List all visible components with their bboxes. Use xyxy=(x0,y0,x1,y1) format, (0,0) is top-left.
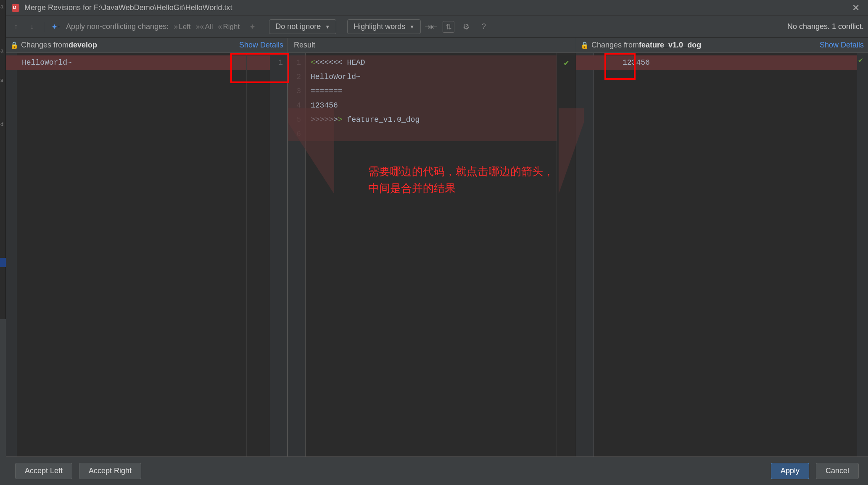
accept-left-button[interactable]: Accept Left xyxy=(15,463,72,479)
chevron-right-icon: » xyxy=(174,22,178,31)
pane-headers: 🔒 Changes from develop Show Details Resu… xyxy=(6,38,868,53)
left-show-details-link[interactable]: Show Details xyxy=(239,41,283,50)
center-pane: 1 2 3 4 5 6 <<<<<<<< HEAD<<<<<< HEAD Hel… xyxy=(288,53,576,456)
right-header: 🔒 Changes from feature_v1.0_dog Show Det… xyxy=(576,38,868,52)
left-header: 🔒 Changes from develop Show Details xyxy=(6,38,288,52)
code-line: <<<<<<<< HEAD<<<<<< HEAD xyxy=(311,55,557,70)
ignore-dropdown[interactable]: Do not ignore ▼ xyxy=(269,19,336,34)
conflict-highlight xyxy=(288,55,306,141)
merge-dialog: Merge Revisions for F:\JavaWebDemo\Hello… xyxy=(6,0,868,485)
dropdown-arrow-icon: ▼ xyxy=(325,24,330,30)
apply-all-label: All xyxy=(205,23,213,31)
checkmark-icon: ✔ xyxy=(857,53,868,67)
highlight-dropdown-label: Highlight words xyxy=(354,22,405,31)
apply-button[interactable]: Apply xyxy=(771,463,809,479)
dropdown-arrow-icon: ▼ xyxy=(409,24,414,30)
strip-char: a xyxy=(0,44,5,59)
conflict-highlight xyxy=(247,55,270,70)
apply-right-label: Right xyxy=(223,23,240,31)
collapse-icon[interactable]: ⇥⇤ xyxy=(425,21,437,33)
accept-right-button[interactable]: Accept Right xyxy=(79,463,141,479)
right-pane: 1 « ✕ 123456 ✔ xyxy=(576,53,868,456)
chevron-both-icon: »« xyxy=(196,22,204,31)
center-editor[interactable]: <<<<<<<< HEAD<<<<<< HEAD HelloWorld~ ===… xyxy=(306,53,557,456)
strip-char xyxy=(0,15,5,29)
conflict-highlight xyxy=(576,55,594,70)
status-text: No changes. 1 conflict. xyxy=(787,22,864,31)
chevron-left-icon: « xyxy=(218,22,222,31)
dialog-title: Merge Revisions for F:\JavaWebDemo\Hello… xyxy=(24,3,850,12)
titlebar: Merge Revisions for F:\JavaWebDemo\Hello… xyxy=(6,0,868,16)
toolbar: ↑ ↓ ✦+ Apply non-conflicting changes: » … xyxy=(6,16,868,38)
sync-scroll-icon[interactable]: ⇅ xyxy=(443,21,454,33)
checkmark-icon: ✔ xyxy=(564,58,569,68)
ignore-dropdown-label: Do not ignore xyxy=(275,22,321,31)
code-line: 123456 xyxy=(623,55,857,70)
strip-char xyxy=(0,29,5,44)
left-gutter: 1 xyxy=(270,53,288,456)
right-editor[interactable]: 123456 xyxy=(617,53,857,456)
left-branch: develop xyxy=(69,41,97,50)
annotation-text: 需要哪边的代码，就点击哪边的箭头， 中间是合并的结果 xyxy=(368,163,554,197)
code-line: 123456 xyxy=(311,98,557,113)
center-header: Result xyxy=(288,38,576,52)
gear-icon[interactable]: ⚙ xyxy=(460,21,472,33)
apply-right-button[interactable]: « Right xyxy=(218,22,240,31)
annotation-line: 中间是合并的结果 xyxy=(368,180,554,197)
strip-char: d xyxy=(0,118,5,132)
code-line: HelloWorld~ xyxy=(311,70,557,84)
code-line: ======= xyxy=(311,84,557,98)
apply-all-button[interactable]: »« All xyxy=(196,22,213,31)
code-line xyxy=(311,127,557,141)
code-line: >>>>>>> feature_v1.0_dog>>>>>>> feature_… xyxy=(311,113,557,127)
next-change-icon[interactable]: ↓ xyxy=(26,21,38,33)
annotation-line: 需要哪边的代码，就点击哪边的箭头， xyxy=(368,163,554,180)
apply-left-label: Left xyxy=(179,23,190,31)
close-button[interactable]: ✕ xyxy=(850,3,862,13)
footer: Accept Left Accept Right Apply Cancel xyxy=(6,456,868,485)
prev-change-icon[interactable]: ↑ xyxy=(10,21,22,33)
apply-label: Apply non-conflicting changes: xyxy=(66,22,169,31)
strip-char xyxy=(0,59,5,73)
right-gutter: 1 xyxy=(576,53,594,456)
magic-resolve-icon[interactable]: ✦ xyxy=(246,21,258,33)
lock-icon: 🔒 xyxy=(10,41,18,49)
help-icon[interactable]: ? xyxy=(478,21,490,33)
ide-sidebar-strip: a a s d xyxy=(0,0,6,319)
result-label: Result xyxy=(294,41,315,50)
separator xyxy=(44,22,44,32)
strip-char xyxy=(0,88,5,103)
left-prefix: Changes from xyxy=(21,41,69,50)
conflict-highlight xyxy=(594,55,617,70)
magic-wand-icon[interactable]: ✦+ xyxy=(50,21,62,33)
center-validation-col: ✔ xyxy=(557,53,576,456)
cancel-button[interactable]: Cancel xyxy=(816,463,859,479)
code-line: HelloWorld~ xyxy=(22,55,246,70)
right-branch: feature_v1.0_dog xyxy=(639,41,701,50)
line-number: 1 xyxy=(270,55,283,70)
right-show-details-link[interactable]: Show Details xyxy=(820,41,864,50)
right-prefix: Changes from xyxy=(591,41,639,50)
strip-highlight xyxy=(0,258,6,267)
highlight-dropdown[interactable]: Highlight words ▼ xyxy=(347,19,421,34)
strip-char xyxy=(0,103,5,118)
strip-char: s xyxy=(0,73,5,88)
diff-panes: ✔ HelloWorld~ ✕ » 1 1 2 xyxy=(6,53,868,456)
left-pane: ✔ HelloWorld~ ✕ » 1 xyxy=(6,53,288,456)
right-validation-col: ✔ xyxy=(857,53,868,456)
apply-left-button[interactable]: » Left xyxy=(174,22,190,31)
right-action-col: « ✕ xyxy=(594,53,617,456)
left-validation-col: ✔ xyxy=(6,53,17,456)
conflict-highlight xyxy=(6,55,24,70)
left-action-col: ✕ » xyxy=(246,53,270,456)
left-editor[interactable]: HelloWorld~ xyxy=(17,53,246,456)
center-gutter: 1 2 3 4 5 6 xyxy=(288,53,306,456)
app-icon xyxy=(12,4,19,12)
lock-icon: 🔒 xyxy=(580,41,589,49)
strip-char: a xyxy=(0,0,5,15)
